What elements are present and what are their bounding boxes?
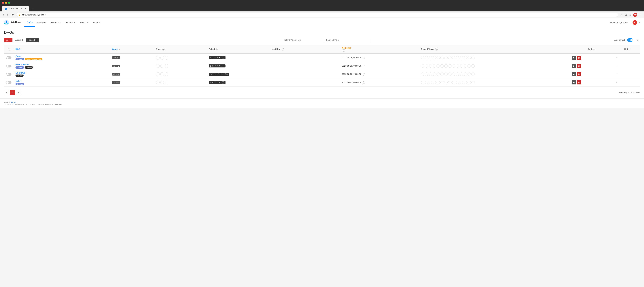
new-tab-btn[interactable]: + (30, 6, 34, 11)
table-info-icon[interactable]: i (8, 48, 10, 50)
delete-btn-github-follow[interactable]: 🗑 (577, 64, 581, 68)
close-window-btn[interactable] (2, 2, 4, 4)
tab-active[interactable]: Active 0 (13, 38, 25, 42)
schedule-info-icon-git-status[interactable]: i (225, 73, 228, 75)
owner-badge-ga-4[interactable]: airflow (112, 56, 120, 59)
dag-name-link-github-follow[interactable]: GitHub-Follow (16, 63, 29, 66)
more-options-btn[interactable]: ⋮ (638, 13, 642, 17)
next-run-info-icon[interactable]: i (343, 49, 345, 52)
links-more-ga-4[interactable]: ••• (616, 56, 618, 59)
schedule-info-icon-ga-4[interactable]: i (222, 56, 224, 59)
page-1-btn[interactable]: 1 (10, 90, 15, 95)
dag-name-link-ga-4[interactable]: GA-4 (16, 55, 20, 57)
next-run-sort-btn[interactable]: Next Run ↕ (342, 47, 417, 49)
user-avatar[interactable]: AU (632, 20, 637, 25)
th-info: i (4, 45, 14, 53)
navbar-brand[interactable]: Airflow (3, 19, 21, 25)
dag-tag[interactable]: Discord (16, 58, 24, 60)
dag-toggle-ga-4[interactable] (6, 56, 12, 59)
forward-btn[interactable]: › (6, 13, 9, 17)
dag-tag[interactable]: Discord (16, 66, 24, 69)
task-circle (460, 72, 463, 76)
task-circle (452, 72, 456, 76)
table-row: GA-4 DiscordGoogle Analytics 4 airflow 0… (4, 53, 640, 62)
address-bar[interactable]: 🔒 airflow.zerohertz.xyz/home (16, 13, 618, 17)
nav-admin[interactable]: Admin ▼ (78, 18, 91, 26)
maximize-window-btn[interactable] (8, 2, 10, 4)
prev-page-btn[interactable]: ‹ (4, 90, 9, 95)
delete-btn-git-status[interactable]: 🗑 (577, 72, 581, 76)
tab-paused[interactable]: Paused 4 (26, 38, 39, 42)
auto-refresh-toggle[interactable] (627, 38, 633, 42)
task-circle (472, 64, 475, 68)
table-row: GitHub-Follow DiscordGitHub airflow 0 8 … (4, 62, 640, 70)
dag-toggle-git-status[interactable] (6, 73, 12, 76)
filter-by-tag-input[interactable] (282, 38, 322, 42)
tab-all[interactable]: All 4 (4, 38, 12, 42)
run-circle (156, 56, 160, 59)
last-run-info-icon[interactable]: i (282, 48, 284, 50)
dag-name-link-git-status[interactable]: Git-Status (16, 71, 25, 74)
run-circles-github-follow (156, 64, 204, 68)
minimize-window-btn[interactable] (5, 2, 7, 4)
dag-tag[interactable]: GitHub (25, 66, 33, 69)
runs-info-icon[interactable]: i (162, 48, 165, 50)
play-btn-uplus[interactable]: ▶ (572, 80, 576, 84)
sidebar-btn[interactable]: ▭ (629, 13, 632, 17)
nav-datasets[interactable]: Datasets (35, 18, 48, 26)
nav-docs[interactable]: Docs ▼ (91, 18, 103, 26)
task-circle (429, 56, 432, 59)
active-tab[interactable]: A DAGs - Airflow ✕ (2, 6, 29, 11)
dag-tag[interactable]: Google Analytics 4 (25, 58, 42, 60)
next-run-row-info-icon-uplus[interactable]: i (362, 81, 365, 84)
nav-browse[interactable]: Browse ▼ (63, 18, 78, 26)
delete-btn-uplus[interactable]: 🗑 (577, 80, 581, 84)
back-btn[interactable]: ‹ (2, 13, 5, 17)
play-btn-ga-4[interactable]: ▶ (572, 56, 576, 60)
bookmark-btn[interactable]: ☆ (620, 13, 623, 17)
cell-dag-name: GitHub-Follow DiscordGitHub (14, 62, 110, 70)
next-run-row-info-icon-ga-4[interactable]: i (362, 57, 365, 59)
svg-point-6 (6, 22, 7, 23)
nav-dags[interactable]: DAGs (24, 18, 35, 26)
links-more-uplus[interactable]: ••• (616, 81, 618, 84)
dag-tag[interactable]: GitHub (16, 74, 24, 77)
schedule-info-icon-github-follow[interactable]: i (222, 65, 224, 67)
extensions-btn[interactable]: ⊞ (624, 13, 628, 17)
delete-btn-ga-4[interactable]: 🗑 (577, 56, 581, 60)
page-title: DAGs (4, 30, 640, 35)
dag-sort-btn[interactable]: DAG ↕ (16, 48, 108, 50)
browser-profile-avatar[interactable]: AU (633, 13, 637, 17)
dag-toggle-github-follow[interactable] (6, 65, 12, 67)
search-dags-input[interactable] (324, 38, 371, 42)
tab-close-btn[interactable]: ✕ (24, 7, 26, 10)
version-link[interactable]: v2.6.2 (11, 101, 16, 103)
owner-badge-uplus[interactable]: airflow (112, 81, 120, 84)
svg-text:A: A (6, 8, 6, 9)
nav-security[interactable]: Security ▼ (48, 18, 63, 26)
refresh-btn[interactable]: ↻ (635, 38, 640, 42)
links-more-github-follow[interactable]: ••• (616, 64, 618, 67)
next-run-row-info-icon-git-status[interactable]: i (362, 73, 365, 75)
play-btn-git-status[interactable]: ▶ (572, 72, 576, 76)
play-btn-github-follow[interactable]: ▶ (572, 64, 576, 68)
task-circle (436, 81, 440, 84)
task-circle (425, 64, 428, 68)
links-more-git-status[interactable]: ••• (616, 73, 618, 75)
task-circle (464, 56, 467, 59)
dag-tag[interactable]: Discord (16, 83, 24, 85)
run-circle (165, 81, 168, 84)
main-content: DAGs All 4 Active 0 Paused 4 Auto-refres… (0, 27, 644, 98)
owner-badge-github-follow[interactable]: airflow (112, 65, 120, 67)
next-page-btn[interactable]: › (16, 90, 21, 95)
schedule-info-icon-uplus[interactable]: i (222, 81, 224, 84)
owner-badge-git-status[interactable]: airflow (112, 73, 120, 75)
owner-sort-btn[interactable]: Owner ↕ (112, 48, 152, 50)
brand-name[interactable]: Airflow (11, 21, 21, 24)
recent-tasks-info-icon[interactable]: i (435, 48, 438, 50)
next-run-row-info-icon-github-follow[interactable]: i (362, 65, 365, 67)
navbar: Airflow DAGs Datasets Security ▼ Browse … (0, 18, 644, 27)
reload-btn[interactable]: ↻ (10, 12, 15, 17)
dag-name-link-uplus[interactable]: Uplus (16, 80, 21, 82)
dag-toggle-uplus[interactable] (6, 81, 12, 84)
